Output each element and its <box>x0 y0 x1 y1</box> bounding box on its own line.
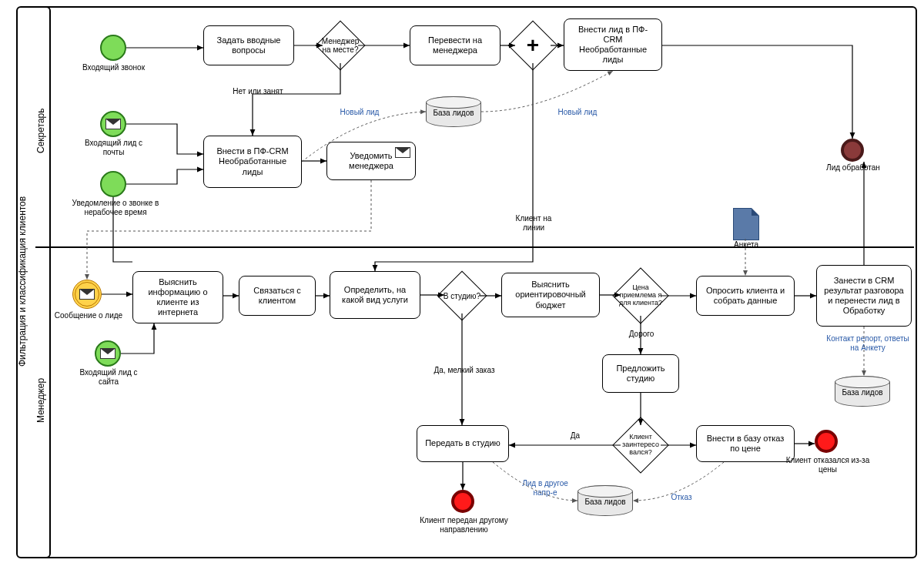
end-event-price <box>815 430 838 453</box>
label-survey-obj: Анкета <box>722 240 770 250</box>
label-offhours: Уведомление о звонке в нерабочее время <box>65 199 166 217</box>
task-survey: Опросить клиента и собрать данные <box>696 276 795 316</box>
gateway-parallel: + <box>515 28 551 63</box>
gateway-studio: В студию? <box>444 278 480 313</box>
lane-manager: Менеджер <box>35 354 46 447</box>
task-transfer-mgr: Перевести на менеджера <box>410 25 500 65</box>
label-call: Входящий звонок <box>81 63 146 72</box>
message-icon <box>395 147 410 158</box>
label-mail: Входящий лид с почты <box>77 139 150 157</box>
datastore-leads-3: База лидов <box>578 485 633 516</box>
edge-label-lead-other: Лид в другое напр-е <box>514 479 576 498</box>
task-det-service: Определить, на какой вид услуги <box>330 271 420 319</box>
edge-label-refuse: Отказ <box>662 493 701 502</box>
datastore-leads-2: База лидов <box>835 376 890 407</box>
lane-secretary: Секретарь <box>35 85 46 177</box>
edge-label-new-lead-2: Новый лид <box>551 108 604 117</box>
label-site: Входящий лид с сайта <box>77 368 140 387</box>
gateway-price: Цена приемлема я для клиента? <box>621 276 661 316</box>
task-contact: Связаться с клиентом <box>239 276 316 316</box>
task-to-studio: Передать в студию <box>417 425 509 462</box>
start-event-offhours <box>100 171 126 197</box>
start-event-call <box>100 35 126 61</box>
edge-label-expensive: Дорого <box>622 330 661 339</box>
lane-separator <box>35 246 914 248</box>
task-add-crm: Внести в ПФ-CRM Необработанные лиды <box>203 136 302 188</box>
gateway-interested: Клиент заинтересо вался? <box>621 425 661 465</box>
edge-label-client-line: Клиент на линии <box>507 214 561 233</box>
label-lead-msg: Сообщение о лиде <box>54 311 123 320</box>
data-object-survey <box>733 208 759 240</box>
task-budget: Выяснить ориентировочный бюджет <box>501 273 600 317</box>
bpmn-diagram: Фильтрация и классификация клиентов Секр… <box>0 0 924 563</box>
task-reject-db: Внести в базу отказ по цене <box>696 425 795 462</box>
start-event-mail <box>100 111 126 137</box>
label-contact-report: Контакт репорт, ответы на Анкету <box>825 334 910 353</box>
edge-label-no-busy: Нет или занят <box>223 87 293 96</box>
task-ask-intro: Задать вводные вопросы <box>203 25 294 65</box>
datastore-leads-1: База лидов <box>426 96 481 127</box>
task-crm-result: Занести в CRM результат разговора и пере… <box>816 265 912 327</box>
start-event-site <box>95 340 121 367</box>
pool-title: Фильтрация и классификация клиентов <box>17 154 28 408</box>
label-lead-done: Лид обработан <box>822 163 884 173</box>
task-notify-mgr: Уведомить менеджера <box>326 142 416 180</box>
task-crm-unprocessed: Внести лид в ПФ-CRM Необработанные лиды <box>564 18 662 71</box>
label-other: Клиент передан другому направлению <box>416 516 512 535</box>
edge-label-new-lead-1: Новый лид <box>333 108 387 117</box>
edge-label-small: Да, мелкий заказ <box>422 366 507 375</box>
catch-event-lead-msg <box>72 280 102 309</box>
end-event-lead-done <box>841 139 864 162</box>
gateway-mgr-here: Менеджер на месте? <box>323 28 358 63</box>
edge-label-yes: Да <box>564 431 587 441</box>
task-find-info: Выяснить информацию о клиенте из интерне… <box>132 271 223 323</box>
task-offer-studio: Предложить студию <box>602 354 679 393</box>
end-event-other <box>451 490 474 513</box>
label-price-decline: Клиент отказался из-за цены <box>785 456 870 474</box>
